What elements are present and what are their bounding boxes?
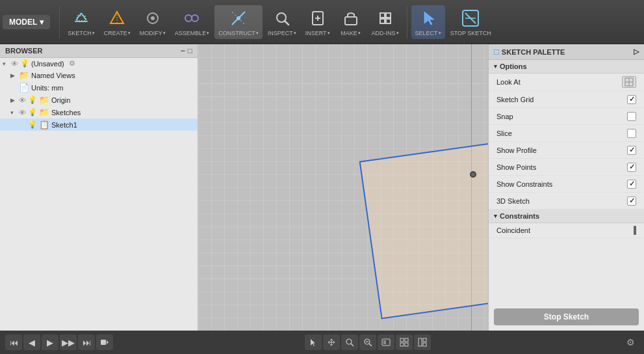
svg-point-9 <box>192 15 198 21</box>
svg-rect-44 <box>423 343 426 346</box>
make-tool[interactable]: MAKE▾ <box>335 5 367 39</box>
slice-control <box>627 129 636 138</box>
browser-collapse[interactable]: − <box>181 46 185 55</box>
show-points-checkbox[interactable] <box>627 163 636 172</box>
sketch-grid-label: Sketch Grid <box>496 96 534 103</box>
stop-sketch-button[interactable]: Stop Sketch <box>494 308 639 325</box>
bottom-nav-controls: ⏮ ◀ ▶ ▶▶ ⏭ <box>5 334 113 350</box>
main-area: BROWSER − □ ▾ 👁 💡 (Unsaved) ⚙ ▶ 📁 Named … <box>0 44 644 331</box>
3d-sketch-label: 3D Sketch <box>496 197 530 205</box>
root-arrow: ▾ <box>3 61 9 67</box>
cursor-mode-button[interactable] <box>305 334 322 350</box>
slice-checkbox[interactable] <box>627 129 636 138</box>
browser-expand[interactable]: □ <box>188 46 192 55</box>
canvas-area[interactable]: 50 100 ↖ TOP x y z □ SKETCH PALETTE ▷ <box>198 44 644 331</box>
stop-sketch-tool[interactable]: STOP SKETCH <box>446 5 495 39</box>
origin-arrow: ▶ <box>10 97 17 103</box>
svg-point-31 <box>346 339 352 344</box>
zoom-fit-button[interactable] <box>341 334 358 350</box>
options-section-header[interactable]: ▾ Options <box>489 60 644 74</box>
display-mode-button[interactable] <box>378 334 394 350</box>
options-label: Options <box>500 62 527 70</box>
insert-label: INSERT▾ <box>305 30 330 36</box>
root-eye: 👁 <box>11 60 18 68</box>
nav-prev-button[interactable]: ◀ <box>23 334 40 350</box>
look-at-button[interactable] <box>622 76 636 88</box>
assemble-label: ASSEMBLE▾ <box>175 30 210 36</box>
svg-rect-38 <box>400 338 404 342</box>
units-icon: 📄 <box>19 83 29 92</box>
inspect-icon <box>272 8 292 29</box>
sketches-folder-icon: 📁 <box>39 107 49 117</box>
inspect-label: INSPECT▾ <box>268 30 296 36</box>
origin-folder-icon: 📁 <box>39 95 49 105</box>
show-profile-row: Show Profile <box>489 142 644 159</box>
grid-mode-button[interactable] <box>396 334 413 350</box>
layout-button[interactable] <box>414 334 431 350</box>
named-views-item[interactable]: ▶ 📁 Named Views <box>0 69 198 81</box>
svg-rect-37 <box>383 340 386 344</box>
named-views-arrow: ▶ <box>10 72 17 79</box>
sketch-grid-checkbox[interactable] <box>627 95 636 104</box>
show-points-control <box>627 163 636 172</box>
coincident-row: Coincident <box>489 223 644 238</box>
3d-sketch-checkbox[interactable] <box>627 197 636 206</box>
svg-rect-20 <box>386 13 391 18</box>
sketch-icon <box>71 8 92 29</box>
model-dropdown[interactable]: MODEL ▾ <box>3 15 50 29</box>
record-button[interactable] <box>96 334 113 350</box>
units-item[interactable]: 📄 Units: mm <box>0 81 198 94</box>
nav-next-button[interactable]: ▶▶ <box>60 334 77 350</box>
modify-tool[interactable]: MODIFY▾ <box>136 5 170 39</box>
origin-item[interactable]: ▶ 👁 💡 📁 Origin <box>0 94 198 106</box>
palette-spacer <box>489 238 644 303</box>
slice-label: Slice <box>496 129 512 137</box>
svg-rect-22 <box>386 19 391 23</box>
sketch-tool[interactable]: SKETCH▾ <box>64 5 99 39</box>
select-tool[interactable]: SELECT▾ <box>411 5 445 39</box>
show-profile-control <box>627 146 636 155</box>
named-views-label: Named Views <box>31 72 75 79</box>
tree-root[interactable]: ▾ 👁 💡 (Unsaved) ⚙ <box>0 58 198 69</box>
inspect-tool[interactable]: INSPECT▾ <box>264 5 300 39</box>
svg-rect-43 <box>423 338 426 342</box>
sketches-item[interactable]: ▾ 👁 💡 📁 Sketches <box>0 106 198 118</box>
show-constraints-label: Show Constraints <box>496 180 552 188</box>
constraints-tri: ▾ <box>494 213 497 219</box>
add-ins-label: ADD-INS▾ <box>372 30 399 36</box>
svg-rect-42 <box>419 338 422 346</box>
show-constraints-checkbox[interactable] <box>627 180 636 189</box>
slice-row: Slice <box>489 125 644 142</box>
svg-point-8 <box>185 15 192 21</box>
palette-expand[interactable]: ▷ <box>634 48 639 56</box>
nav-last-button[interactable]: ⏭ <box>78 334 95 350</box>
browser-controls: − □ <box>181 46 192 55</box>
3d-sketch-control <box>627 197 636 206</box>
settings-icon[interactable]: ⚙ <box>622 334 639 350</box>
zoom-out-button[interactable] <box>359 334 376 350</box>
snap-row: Snap <box>489 108 644 125</box>
construct-icon <box>228 8 249 29</box>
nav-play-button[interactable]: ▶ <box>42 334 58 350</box>
nav-first-button[interactable]: ⏮ <box>5 334 22 350</box>
pan-button[interactable] <box>323 334 340 350</box>
sketches-label: Sketches <box>51 109 81 116</box>
sketch1-item[interactable]: 💡 📋 Sketch1 <box>0 118 198 131</box>
construct-tool[interactable]: CONSTRUCT▾ <box>214 5 263 39</box>
assemble-tool[interactable]: ASSEMBLE▾ <box>171 5 214 39</box>
look-at-row: Look At <box>489 74 644 91</box>
constraints-section-header[interactable]: ▾ Constraints <box>489 210 644 223</box>
svg-rect-18 <box>345 17 357 25</box>
make-icon <box>341 8 361 29</box>
add-ins-tool[interactable]: ADD-INS▾ <box>368 5 403 39</box>
show-constraints-row: Show Constraints <box>489 176 644 193</box>
insert-tool[interactable]: INSERT▾ <box>302 5 334 39</box>
bottom-view-controls <box>305 334 431 350</box>
show-profile-checkbox[interactable] <box>627 146 636 155</box>
root-settings: ⚙ <box>69 59 75 68</box>
construct-label: CONSTRUCT▾ <box>218 30 259 36</box>
create-tool[interactable]: CREATE▾ <box>100 5 135 39</box>
create-label: CREATE▾ <box>104 30 131 36</box>
select-label: SELECT▾ <box>415 30 441 36</box>
snap-checkbox[interactable] <box>627 112 636 121</box>
